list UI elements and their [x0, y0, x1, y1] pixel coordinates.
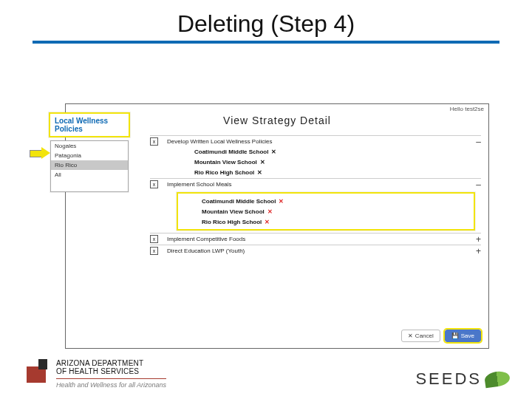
- action-buttons: ✕Cancel 💾Save: [401, 330, 481, 342]
- group-row[interactable]: Implement School Meals –: [150, 178, 481, 190]
- remove-icon[interactable]: ✕: [257, 168, 262, 178]
- sidebar-heading: Local Wellness Policies: [49, 112, 130, 137]
- adhs-tagline: Health and Wellness for all Arizonans: [56, 378, 166, 389]
- remove-icon[interactable]: ✕: [271, 147, 276, 157]
- adhs-logo-icon: [27, 359, 49, 383]
- checkbox-icon[interactable]: [150, 180, 158, 188]
- group-label: Implement School Meals: [167, 181, 470, 188]
- list-item[interactable]: Rio Rico: [51, 160, 128, 170]
- checkbox-icon[interactable]: [150, 137, 158, 146]
- title-rule: [33, 41, 499, 44]
- callout-arrow-icon: [30, 148, 50, 158]
- highlighted-subgroup: Coatimundi Middle School✕ Mountain View …: [177, 192, 475, 231]
- expand-icon[interactable]: +: [476, 248, 481, 254]
- sub-item: Mountain View School✕: [150, 157, 481, 168]
- slide-title: Deleting (Step 4): [0, 0, 532, 38]
- expand-icon[interactable]: +: [476, 236, 481, 242]
- group-label: Develop Written Local Wellness Policies: [167, 138, 470, 145]
- sub-item: Rio Rico High School✕: [184, 217, 468, 228]
- filter-sidebar: Local Wellness Policies Nogales Patagoni…: [49, 112, 130, 194]
- checkbox-icon[interactable]: [150, 235, 158, 243]
- close-icon: ✕: [408, 332, 413, 339]
- collapse-icon[interactable]: –: [476, 139, 481, 145]
- remove-icon[interactable]: ✕: [265, 217, 270, 228]
- remove-icon[interactable]: ✕: [267, 207, 273, 217]
- group-row[interactable]: Direct Education LWP (Youth) +: [150, 245, 481, 256]
- site-listbox[interactable]: Nogales Patagonia Rio Rico All: [50, 140, 129, 192]
- list-item[interactable]: Patagonia: [51, 151, 128, 160]
- slide-footer: ARIZONA DEPARTMENTOF HEALTH SERVICES Hea…: [27, 359, 510, 389]
- group-label: Direct Education LWP (Youth): [167, 248, 470, 254]
- adhs-block: ARIZONA DEPARTMENTOF HEALTH SERVICES Hea…: [27, 359, 166, 389]
- group-row[interactable]: Develop Written Local Wellness Policies …: [150, 135, 481, 147]
- adhs-name: ARIZONA DEPARTMENTOF HEALTH SERVICES: [56, 359, 166, 375]
- list-item[interactable]: All: [51, 170, 128, 180]
- save-icon: 💾: [451, 332, 459, 339]
- group-label: Implement Competitive Foods: [167, 236, 470, 242]
- leaf-icon: [484, 370, 511, 389]
- collapse-icon[interactable]: –: [476, 182, 481, 188]
- checkbox-icon[interactable]: [150, 247, 158, 255]
- sub-item: Rio Rico High School✕: [150, 168, 481, 178]
- sub-item: Mountain View School✕: [184, 207, 468, 217]
- seeds-logo: SEEDS: [415, 369, 510, 389]
- cancel-button[interactable]: ✕Cancel: [401, 330, 440, 342]
- strategy-list: Develop Written Local Wellness Policies …: [150, 135, 481, 256]
- remove-icon[interactable]: ✕: [260, 157, 265, 168]
- sub-item: Coatimundi Middle School✕: [150, 147, 481, 157]
- sub-item: Coatimundi Middle School✕: [184, 197, 468, 207]
- group-row[interactable]: Implement Competitive Foods +: [150, 233, 481, 245]
- save-button[interactable]: 💾Save: [445, 330, 481, 342]
- remove-icon[interactable]: ✕: [279, 197, 284, 207]
- list-item[interactable]: Nogales: [51, 141, 128, 151]
- user-greeting: Hello test2se: [450, 106, 484, 112]
